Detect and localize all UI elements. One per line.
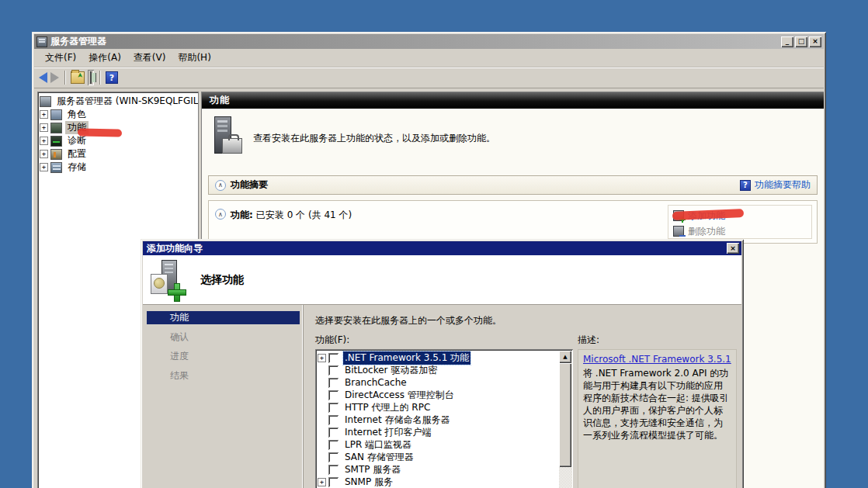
- tree-item-label: 配置: [65, 147, 89, 161]
- dialog-titlebar[interactable]: 添加功能向导 ×: [143, 241, 741, 255]
- menu-file[interactable]: 文件(F): [39, 49, 82, 67]
- feature-label[interactable]: Internet 打印客户端: [343, 426, 432, 439]
- tree-item-configuration[interactable]: + 配置: [40, 147, 198, 161]
- wizard-content: 选择要安装在此服务器上的一个或多个功能。 功能(F): + .NET Frame…: [304, 305, 741, 488]
- feature-row[interactable]: BranchCache: [318, 376, 559, 389]
- minimize-button[interactable]: _: [781, 36, 793, 47]
- help-icon[interactable]: ?: [106, 71, 118, 84]
- features-toolbox-icon: [211, 116, 244, 160]
- diagnostics-icon: [50, 136, 62, 147]
- features-list-label: 功能(F):: [315, 334, 573, 347]
- pane-description: 查看安装在此服务器上功能的状态，以及添加或删除功能。: [253, 132, 495, 145]
- wizard-steps: 功能 确认 进度 结果: [143, 305, 304, 488]
- summary-help-link[interactable]: 功能摘要帮助: [755, 178, 811, 192]
- window-titlebar[interactable]: 服务器管理器 _ □ ×: [34, 34, 824, 49]
- roles-icon: [50, 109, 62, 120]
- expand-icon[interactable]: +: [40, 150, 48, 158]
- feature-checkbox[interactable]: [328, 477, 339, 487]
- feature-row[interactable]: HTTP 代理上的 RPC: [318, 401, 559, 414]
- feature-label[interactable]: SMTP 服务器: [343, 463, 402, 476]
- expand-icon[interactable]: +: [318, 478, 326, 486]
- expand-icon[interactable]: +: [318, 354, 326, 362]
- expand-icon[interactable]: +: [40, 123, 48, 132]
- feature-checkbox[interactable]: [328, 378, 339, 388]
- feature-label[interactable]: LPR 端口监视器: [343, 438, 413, 452]
- wizard-instruction: 选择要安装在此服务器上的一个或多个功能。: [315, 314, 738, 327]
- feature-row[interactable]: LPR 端口监视器: [318, 438, 559, 451]
- description-text: 将 .NET Framework 2.0 API 的功能与用于构建具有以下功能的…: [583, 367, 731, 441]
- help-badge-icon: ?: [740, 180, 751, 191]
- features-summary-header: ∧ 功能摘要 ? 功能摘要帮助: [208, 175, 818, 195]
- tree-root[interactable]: 服务器管理器 (WIN-SK9EQLFGIL: [40, 95, 198, 108]
- feature-checkbox[interactable]: [328, 465, 339, 475]
- feature-checkbox[interactable]: [328, 440, 339, 450]
- summary-title: 功能摘要: [231, 178, 740, 192]
- description-label: 描述:: [578, 334, 737, 347]
- scrollbar-thumb[interactable]: [559, 363, 571, 467]
- feature-row[interactable]: BitLocker 驱动器加密: [318, 364, 559, 376]
- expand-icon[interactable]: +: [40, 110, 48, 119]
- feature-checkbox[interactable]: [328, 415, 339, 425]
- feature-row[interactable]: + SNMP 服务: [318, 476, 559, 488]
- feature-checkbox[interactable]: [328, 353, 339, 363]
- feature-label[interactable]: Internet 存储命名服务器: [343, 414, 451, 427]
- features-summary-body: ∧ 功能: 已安装 0 个 (共 41 个) 添加功能 删除功能: [208, 200, 818, 244]
- desktop: { "colors": { "desktop_bg": "#3B6DA5", "…: [0, 0, 868, 488]
- maximize-button[interactable]: □: [795, 36, 807, 47]
- console-tree-toggle[interactable]: [88, 70, 94, 85]
- feature-label[interactable]: SNMP 服务: [343, 476, 394, 488]
- forward-icon[interactable]: [50, 72, 59, 83]
- step-features[interactable]: 功能: [147, 311, 300, 324]
- feature-checkbox[interactable]: [328, 390, 339, 400]
- feature-checkbox[interactable]: [328, 403, 339, 413]
- close-button[interactable]: ×: [809, 36, 821, 47]
- dialog-close-button[interactable]: ×: [727, 243, 739, 254]
- feature-row[interactable]: Internet 打印客户端: [318, 426, 559, 438]
- feature-checkbox[interactable]: [328, 365, 339, 376]
- feature-row[interactable]: Internet 存储命名服务器: [318, 414, 559, 426]
- feature-row[interactable]: DirectAccess 管理控制台: [318, 389, 559, 401]
- description-link[interactable]: Microsoft .NET Framework 3.5.1: [583, 354, 731, 365]
- remove-features-link[interactable]: 删除功能: [688, 225, 725, 238]
- feature-checkbox[interactable]: [328, 452, 339, 462]
- menu-bar: 文件(F) 操作(A) 查看(V) 帮助(H): [34, 49, 824, 67]
- description-box: Microsoft .NET Framework 3.5.1 将 .NET Fr…: [578, 349, 737, 488]
- feature-label[interactable]: .NET Framework 3.5.1 功能: [343, 351, 470, 365]
- feature-label[interactable]: BitLocker 驱动器加密: [343, 364, 439, 377]
- features-listbox[interactable]: + .NET Framework 3.5.1 功能 BitLocker 驱动器加…: [315, 349, 573, 488]
- collapse-chevron-icon[interactable]: ∧: [215, 180, 226, 191]
- tree-item-roles[interactable]: + 角色: [40, 108, 198, 121]
- feature-label[interactable]: BranchCache: [343, 377, 408, 388]
- feature-label[interactable]: SAN 存储管理器: [343, 451, 415, 464]
- collapse-chevron-icon[interactable]: ∧: [215, 209, 226, 220]
- storage-icon: [50, 162, 62, 173]
- tree-item-label: 存储: [65, 161, 89, 174]
- feature-checkbox[interactable]: [328, 427, 339, 438]
- server-manager-icon: [40, 96, 51, 107]
- wizard-header: 选择功能: [143, 255, 741, 305]
- feature-row[interactable]: SMTP 服务器: [318, 463, 559, 476]
- up-level-icon[interactable]: [71, 71, 85, 84]
- features-count-label: 功能:: [231, 209, 253, 222]
- dialog-title: 添加功能向导: [147, 242, 203, 255]
- scrollbar-up-icon[interactable]: ▲: [559, 351, 571, 363]
- red-annotation-features-tree: [78, 128, 122, 137]
- expand-icon[interactable]: +: [40, 163, 48, 171]
- features-icon: [50, 123, 62, 133]
- feature-label[interactable]: HTTP 代理上的 RPC: [343, 401, 432, 414]
- listbox-scrollbar[interactable]: ▲: [559, 351, 571, 488]
- feature-row[interactable]: + .NET Framework 3.5.1 功能: [318, 351, 559, 364]
- remove-features-action[interactable]: 删除功能: [673, 223, 807, 239]
- menu-help[interactable]: 帮助(H): [172, 49, 217, 67]
- expand-icon[interactable]: +: [40, 137, 48, 145]
- feature-row[interactable]: SAN 存储管理器: [318, 451, 559, 463]
- step-confirmation: 确认: [147, 331, 300, 344]
- menu-action[interactable]: 操作(A): [82, 49, 127, 67]
- menu-view[interactable]: 查看(V): [127, 49, 172, 67]
- tree-item-storage[interactable]: + 存储: [40, 161, 198, 174]
- feature-label[interactable]: DirectAccess 管理控制台: [343, 389, 456, 402]
- step-results: 结果: [147, 369, 300, 382]
- back-icon[interactable]: [39, 72, 47, 83]
- remove-features-icon: [673, 226, 684, 237]
- features-count-value: 已安装 0 个 (共 41 个): [256, 209, 352, 222]
